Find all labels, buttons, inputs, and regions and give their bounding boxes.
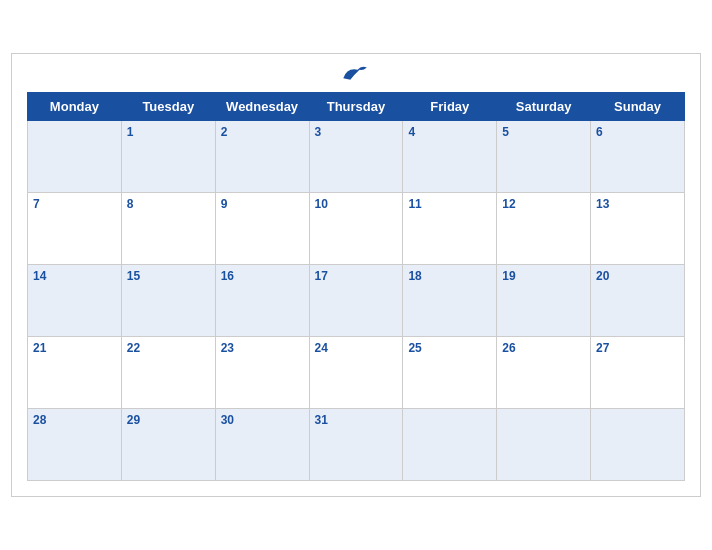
calendar-day-15: 15 [121, 265, 215, 337]
calendar-header [27, 64, 685, 84]
weekday-saturday: Saturday [497, 93, 591, 121]
weekday-header-row: MondayTuesdayWednesdayThursdayFridaySatu… [28, 93, 685, 121]
calendar-day-5: 5 [497, 121, 591, 193]
calendar-day-2: 2 [215, 121, 309, 193]
calendar-day-empty [28, 121, 122, 193]
calendar-day-10: 10 [309, 193, 403, 265]
calendar-day-empty [403, 409, 497, 481]
calendar-day-empty [591, 409, 685, 481]
calendar-day-18: 18 [403, 265, 497, 337]
weekday-monday: Monday [28, 93, 122, 121]
calendar-day-23: 23 [215, 337, 309, 409]
calendar-tbody: 1234567891011121314151617181920212223242… [28, 121, 685, 481]
calendar-day-19: 19 [497, 265, 591, 337]
calendar-week-row: 78910111213 [28, 193, 685, 265]
calendar-day-27: 27 [591, 337, 685, 409]
calendar-day-9: 9 [215, 193, 309, 265]
calendar-grid: MondayTuesdayWednesdayThursdayFridaySatu… [27, 92, 685, 481]
calendar-day-6: 6 [591, 121, 685, 193]
calendar-day-29: 29 [121, 409, 215, 481]
calendar-day-1: 1 [121, 121, 215, 193]
weekday-tuesday: Tuesday [121, 93, 215, 121]
calendar-day-31: 31 [309, 409, 403, 481]
calendar-day-8: 8 [121, 193, 215, 265]
calendar-week-row: 21222324252627 [28, 337, 685, 409]
calendar-day-12: 12 [497, 193, 591, 265]
calendar-day-22: 22 [121, 337, 215, 409]
calendar-day-13: 13 [591, 193, 685, 265]
weekday-sunday: Sunday [591, 93, 685, 121]
calendar-day-7: 7 [28, 193, 122, 265]
calendar-day-30: 30 [215, 409, 309, 481]
logo [339, 64, 373, 84]
calendar-day-4: 4 [403, 121, 497, 193]
calendar-day-28: 28 [28, 409, 122, 481]
weekday-thursday: Thursday [309, 93, 403, 121]
calendar-day-11: 11 [403, 193, 497, 265]
calendar-day-14: 14 [28, 265, 122, 337]
calendar-week-row: 28293031 [28, 409, 685, 481]
calendar-thead: MondayTuesdayWednesdayThursdayFridaySatu… [28, 93, 685, 121]
calendar-day-20: 20 [591, 265, 685, 337]
logo-bird-icon [339, 64, 369, 84]
calendar-day-21: 21 [28, 337, 122, 409]
calendar-day-empty [497, 409, 591, 481]
calendar-day-25: 25 [403, 337, 497, 409]
calendar-day-16: 16 [215, 265, 309, 337]
calendar-day-26: 26 [497, 337, 591, 409]
calendar-day-17: 17 [309, 265, 403, 337]
calendar-week-row: 14151617181920 [28, 265, 685, 337]
weekday-wednesday: Wednesday [215, 93, 309, 121]
calendar-week-row: 123456 [28, 121, 685, 193]
calendar-day-24: 24 [309, 337, 403, 409]
calendar-day-3: 3 [309, 121, 403, 193]
calendar-container: MondayTuesdayWednesdayThursdayFridaySatu… [11, 53, 701, 497]
weekday-friday: Friday [403, 93, 497, 121]
